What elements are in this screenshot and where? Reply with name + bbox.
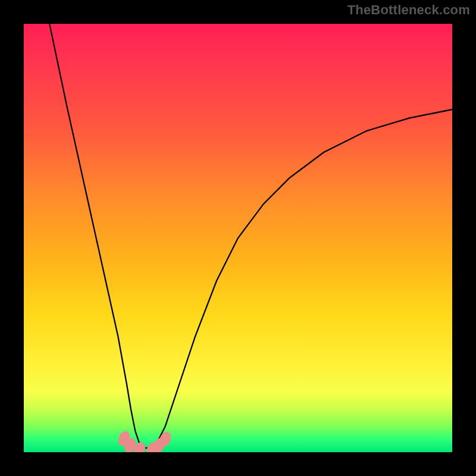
- marker-group: [116, 430, 173, 452]
- chart-frame: TheBottleneck.com: [0, 0, 476, 476]
- bottleneck-curve: [49, 24, 452, 448]
- watermark-text: TheBottleneck.com: [347, 2, 470, 18]
- plot-area: [24, 24, 452, 452]
- curve-svg: [24, 24, 452, 452]
